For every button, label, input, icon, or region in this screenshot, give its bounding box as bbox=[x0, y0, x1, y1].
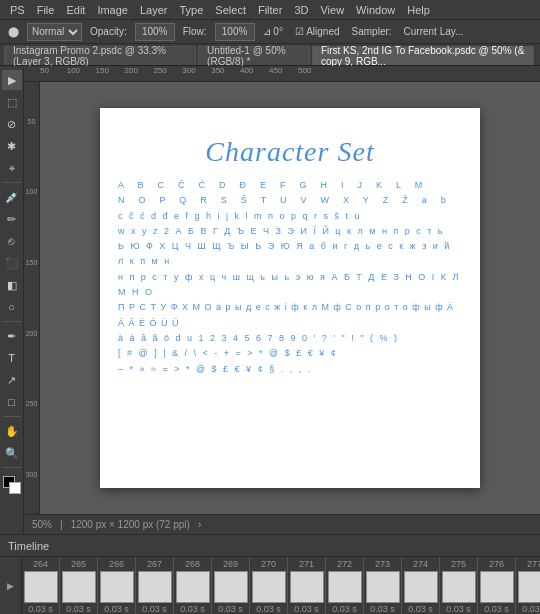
tab-first-ks[interactable]: First KS, 2nd IG To Facebook.psdc @ 50% … bbox=[312, 46, 534, 65]
menu-layer[interactable]: Layer bbox=[134, 0, 174, 20]
frame-thumbnail bbox=[214, 571, 248, 603]
flow-label: Flow: bbox=[179, 26, 211, 37]
frame-number: 273 bbox=[375, 557, 390, 570]
frame-272[interactable]: 2720.03 s bbox=[326, 557, 364, 614]
frame-duration: 0.03 s bbox=[218, 604, 243, 614]
frame-264[interactable]: 2640.03 s bbox=[22, 557, 60, 614]
frame-number: 270 bbox=[261, 557, 276, 570]
dodge-tool[interactable]: ○ bbox=[2, 297, 22, 317]
menu-help[interactable]: Help bbox=[401, 0, 436, 20]
frame-number: 269 bbox=[223, 557, 238, 570]
frame-thumbnail bbox=[518, 571, 541, 603]
frame-duration: 0.03 s bbox=[294, 604, 319, 614]
eraser-tool[interactable]: ⬛ bbox=[2, 253, 22, 273]
frame-duration: 0.03 s bbox=[370, 604, 395, 614]
timeline-side-label: ▶ bbox=[0, 557, 22, 614]
menu-type[interactable]: Type bbox=[174, 0, 210, 20]
frame-thumbnail bbox=[100, 571, 134, 603]
frame-duration: 0.03 s bbox=[104, 604, 129, 614]
opacity-label: Opacity: bbox=[86, 26, 131, 37]
mode-select[interactable]: Normal bbox=[27, 23, 82, 41]
marquee-tool[interactable]: ⬚ bbox=[2, 92, 22, 112]
zoom-tool[interactable]: 🔍 bbox=[2, 443, 22, 463]
frame-number: 265 bbox=[71, 557, 86, 570]
frame-thumbnail bbox=[366, 571, 400, 603]
frame-268[interactable]: 2680.03 s bbox=[174, 557, 212, 614]
menu-bar: PS File Edit Image Layer Type Select Fil… bbox=[0, 0, 540, 20]
hand-tool[interactable]: ✋ bbox=[2, 421, 22, 441]
clone-tool[interactable]: ⎋ bbox=[2, 231, 22, 251]
menu-edit[interactable]: Edit bbox=[60, 0, 91, 20]
tab-instagram[interactable]: Instagram Promo 2.psdc @ 33.3% (Layer 3,… bbox=[4, 46, 196, 65]
chars-row-1: A B C Č Ć D Đ E F G H I J K L M bbox=[118, 178, 462, 193]
tab-untitled[interactable]: Untitled-1 @ 50% (RGB/8) * bbox=[198, 46, 310, 65]
frame-strip: 2640.03 s2650.03 s2660.03 s2670.03 s2680… bbox=[22, 557, 540, 614]
chars-row-4: w x y z 2 А Б В Г Д Ъ Е Ч З Э И Ї Й ц к … bbox=[118, 224, 462, 239]
lasso-tool[interactable]: ⊘ bbox=[2, 114, 22, 134]
canvas-title: Character Set bbox=[100, 108, 480, 168]
crop-tool[interactable]: ⌖ bbox=[2, 158, 22, 178]
brush-tool[interactable]: ✏ bbox=[2, 209, 22, 229]
tool-divider-2 bbox=[3, 321, 21, 322]
frame-thumbnail bbox=[404, 571, 438, 603]
menu-view[interactable]: View bbox=[314, 0, 350, 20]
pen-tool[interactable]: ✒ bbox=[2, 326, 22, 346]
background-color[interactable] bbox=[9, 482, 21, 494]
menu-image[interactable]: Image bbox=[91, 0, 134, 20]
chars-row-7: П Р С Т У Ф Х М О а р ы д е с ж і ф к л … bbox=[118, 300, 462, 331]
arrow-btn[interactable]: › bbox=[198, 519, 201, 530]
menu-select[interactable]: Select bbox=[209, 0, 252, 20]
frame-duration: 0.03 s bbox=[256, 604, 281, 614]
frame-duration: 0.03 s bbox=[66, 604, 91, 614]
options-bar: ⬤ Normal Opacity: Flow: ⊿ 0° ☑ Aligned S… bbox=[0, 20, 540, 44]
frame-266[interactable]: 2660.03 s bbox=[98, 557, 136, 614]
menu-file[interactable]: File bbox=[31, 0, 61, 20]
chars-row-8: à á â ã ö d u 1 2 3 4 5 6 7 8 9 0 ' ? ' … bbox=[118, 331, 462, 346]
frame-274[interactable]: 2740.03 s bbox=[402, 557, 440, 614]
menu-ps[interactable]: PS bbox=[4, 0, 31, 20]
frame-276[interactable]: 2760.03 s bbox=[478, 557, 516, 614]
path-select-tool[interactable]: ↗ bbox=[2, 370, 22, 390]
aligned-checkbox[interactable]: ☑ Aligned bbox=[291, 26, 344, 37]
flow-input[interactable] bbox=[215, 23, 255, 41]
frame-number: 274 bbox=[413, 557, 428, 570]
move-tool[interactable]: ▶ bbox=[2, 70, 22, 90]
text-tool[interactable]: T bbox=[2, 348, 22, 368]
menu-window[interactable]: Window bbox=[350, 0, 401, 20]
frame-duration: 0.03 s bbox=[142, 604, 167, 614]
zoom-level: 50% bbox=[32, 519, 52, 530]
opacity-input[interactable] bbox=[135, 23, 175, 41]
eyedropper-tool[interactable]: 💉 bbox=[2, 187, 22, 207]
frame-271[interactable]: 2710.03 s bbox=[288, 557, 326, 614]
frame-number: 271 bbox=[299, 557, 314, 570]
frame-thumbnail bbox=[24, 571, 58, 603]
frame-duration: 0.03 s bbox=[484, 604, 509, 614]
timeline-label: Timeline bbox=[8, 540, 49, 552]
frame-267[interactable]: 2670.03 s bbox=[136, 557, 174, 614]
frame-270[interactable]: 2700.03 s bbox=[250, 557, 288, 614]
frame-number: 277 bbox=[527, 557, 540, 570]
shape-tool[interactable]: □ bbox=[2, 392, 22, 412]
frame-265[interactable]: 2650.03 s bbox=[60, 557, 98, 614]
frame-275[interactable]: 2750.03 s bbox=[440, 557, 478, 614]
tool-divider-4 bbox=[3, 467, 21, 468]
frame-273[interactable]: 2730.03 s bbox=[364, 557, 402, 614]
frame-duration: 0.03 s bbox=[332, 604, 357, 614]
quick-select-tool[interactable]: ✱ bbox=[2, 136, 22, 156]
ruler-top: 50 100 150 200 250 300 350 400 450 500 bbox=[24, 66, 540, 82]
gradient-tool[interactable]: ◧ bbox=[2, 275, 22, 295]
frame-277[interactable]: 2770.03 s bbox=[516, 557, 540, 614]
brush-icon: ⬤ bbox=[4, 26, 23, 37]
divider-1: | bbox=[60, 519, 63, 530]
timeline-frames: ▶ 2640.03 s2650.03 s2660.03 s2670.03 s26… bbox=[0, 557, 540, 614]
frame-number: 266 bbox=[109, 557, 124, 570]
menu-filter[interactable]: Filter bbox=[252, 0, 288, 20]
canvas-container: Character Set A B C Č Ć D Đ E F G H I J … bbox=[40, 82, 540, 514]
frame-duration: 0.03 s bbox=[180, 604, 205, 614]
frame-duration: 0.03 s bbox=[522, 604, 540, 614]
chars-row-3: c č ć d đ e f g h i j k l m n o p q r s … bbox=[118, 209, 462, 224]
menu-3d[interactable]: 3D bbox=[288, 0, 314, 20]
frame-thumbnail bbox=[252, 571, 286, 603]
color-swatch[interactable] bbox=[3, 476, 21, 494]
frame-269[interactable]: 2690.03 s bbox=[212, 557, 250, 614]
